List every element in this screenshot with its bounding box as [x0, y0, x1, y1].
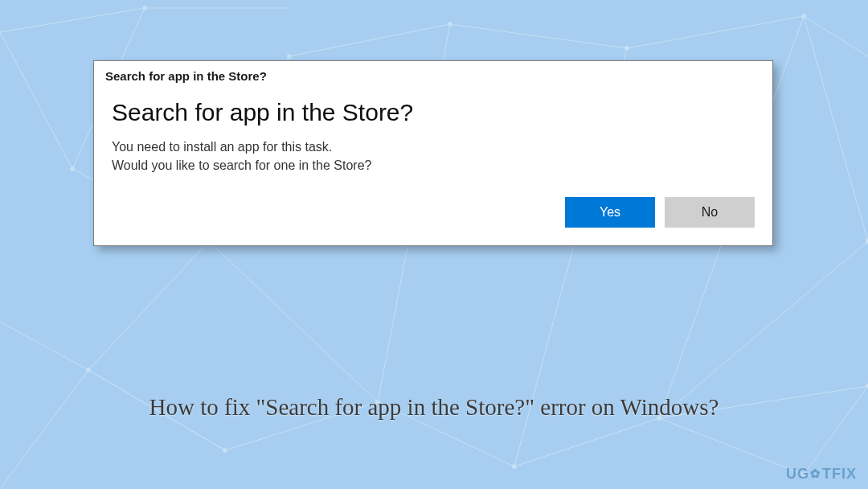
dialog-heading: Search for app in the Store? [94, 88, 772, 129]
svg-point-32 [70, 166, 75, 171]
watermark-part1: UG [786, 466, 809, 483]
svg-line-8 [88, 241, 209, 370]
svg-point-28 [287, 54, 292, 59]
svg-line-12 [514, 418, 659, 466]
svg-line-3 [450, 24, 627, 48]
no-button[interactable]: No [665, 197, 755, 228]
watermark-logo: UG ✿ TFIX [786, 466, 857, 483]
yes-button[interactable]: Yes [565, 197, 655, 228]
svg-line-24 [0, 370, 88, 489]
svg-line-22 [209, 241, 378, 402]
gear-icon: ✿ [810, 466, 821, 481]
svg-line-2 [289, 24, 450, 56]
svg-line-5 [804, 16, 868, 56]
svg-point-29 [448, 22, 452, 27]
svg-point-34 [86, 368, 91, 372]
dialog-actions: Yes No [94, 192, 772, 245]
svg-line-6 [0, 32, 72, 169]
dialog-body-line2: Would you like to search for one in the … [112, 156, 755, 175]
watermark-part2: TFIX [822, 466, 857, 483]
dialog-titlebar: Search for app in the Store? [94, 61, 772, 88]
svg-point-31 [801, 14, 806, 18]
svg-point-37 [512, 464, 517, 469]
article-caption: How to fix "Search for app in the Store?… [0, 394, 868, 421]
store-search-dialog: Search for app in the Store? Search for … [93, 60, 773, 246]
svg-line-0 [0, 8, 145, 32]
svg-line-20 [0, 322, 88, 370]
dialog-body: You need to install an app for this task… [94, 129, 772, 192]
svg-line-25 [659, 241, 868, 418]
svg-line-13 [659, 418, 804, 475]
svg-point-35 [223, 448, 227, 453]
svg-point-30 [624, 46, 629, 51]
svg-line-4 [627, 16, 804, 48]
dialog-body-line1: You need to install an app for this task… [112, 138, 755, 156]
svg-line-26 [804, 16, 868, 241]
svg-point-27 [142, 6, 147, 10]
